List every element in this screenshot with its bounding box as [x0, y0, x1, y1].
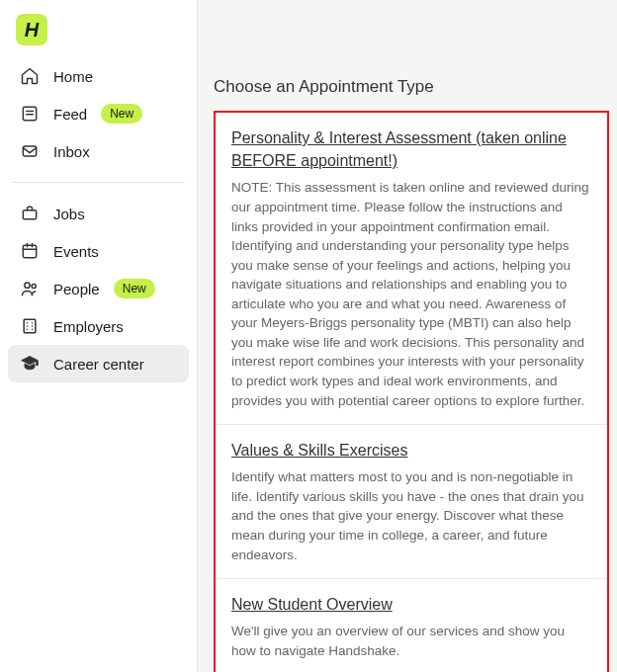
- appointment-type-list: Personality & Interest Assessment (taken…: [214, 111, 609, 672]
- svg-rect-0: [23, 107, 36, 120]
- home-icon: [20, 66, 40, 86]
- new-badge: New: [101, 104, 142, 124]
- career-icon: [20, 354, 40, 374]
- nav-divider: [12, 182, 185, 183]
- employers-icon: [20, 316, 40, 336]
- inbox-icon: [20, 141, 40, 161]
- sidebar-item-home[interactable]: Home: [8, 57, 189, 95]
- svg-point-9: [25, 283, 30, 288]
- sidebar: H HomeFeedNewInbox JobsEventsPeopleNewEm…: [0, 0, 198, 672]
- main-content: Choose an Appointment Type Personality &…: [198, 0, 617, 672]
- nav-primary: HomeFeedNewInbox: [8, 57, 189, 170]
- sidebar-item-label: Home: [53, 68, 93, 85]
- events-icon: [20, 241, 40, 261]
- appointment-type-link[interactable]: Values & Skills Exercises: [231, 439, 407, 462]
- sidebar-item-label: Events: [53, 243, 99, 260]
- svg-rect-3: [23, 146, 36, 156]
- appointment-type-link[interactable]: Personality & Interest Assessment (taken…: [231, 126, 591, 172]
- sidebar-item-employers[interactable]: Employers: [8, 307, 189, 345]
- svg-rect-4: [23, 210, 36, 219]
- feed-icon: [20, 104, 40, 124]
- svg-point-10: [32, 284, 36, 288]
- sidebar-item-jobs[interactable]: Jobs: [8, 195, 189, 232]
- nav-secondary: JobsEventsPeopleNewEmployersCareer cente…: [8, 195, 189, 382]
- sidebar-item-label: Employers: [53, 318, 124, 335]
- sidebar-item-career-center[interactable]: Career center: [8, 345, 189, 382]
- svg-rect-11: [24, 319, 36, 332]
- sidebar-item-people[interactable]: PeopleNew: [8, 270, 189, 307]
- app-logo[interactable]: H: [16, 14, 47, 45]
- appointment-type-description: We'll give you an overview of our servic…: [231, 622, 591, 660]
- sidebar-item-feed[interactable]: FeedNew: [8, 95, 189, 132]
- sidebar-item-label: Inbox: [53, 143, 90, 160]
- sidebar-item-events[interactable]: Events: [8, 232, 189, 270]
- appointment-type-item: Personality & Interest Assessment (taken…: [216, 113, 607, 425]
- section-title: Choose an Appointment Type: [214, 77, 609, 97]
- sidebar-item-label: Jobs: [53, 206, 85, 222]
- sidebar-item-label: Career center: [53, 356, 144, 373]
- sidebar-item-label: People: [53, 281, 100, 297]
- appointment-type-link[interactable]: New Student Overview: [231, 593, 393, 616]
- appointment-type-description: Identify what matters most to you and is…: [231, 467, 591, 564]
- people-icon: [20, 279, 40, 298]
- jobs-icon: [20, 204, 40, 223]
- sidebar-item-label: Feed: [53, 106, 87, 123]
- appointment-type-item: New Student OverviewWe'll give you an ov…: [216, 579, 607, 672]
- svg-rect-5: [23, 245, 36, 257]
- appointment-type-item: Values & Skills ExercisesIdentify what m…: [216, 425, 607, 579]
- appointment-type-description: NOTE: This assessment is taken online an…: [231, 178, 591, 410]
- new-badge: New: [114, 279, 155, 298]
- sidebar-item-inbox[interactable]: Inbox: [8, 132, 189, 170]
